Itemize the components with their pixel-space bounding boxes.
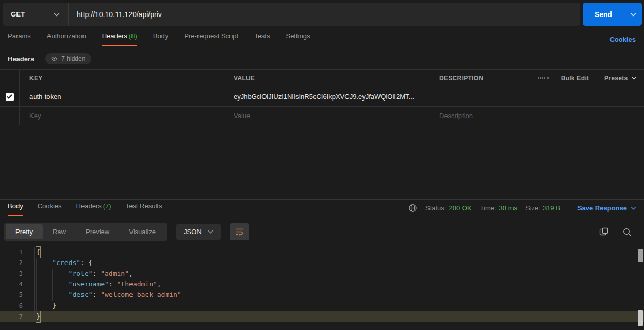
line-number[interactable]: 3 xyxy=(0,269,35,279)
checkbox-check-icon xyxy=(7,94,12,99)
indent-guide xyxy=(36,290,52,301)
response-meta: Status:200 OK Time:30 ms Size:319 B Save… xyxy=(408,204,636,212)
table-row: auth-token eyJhbGciOiJIUzI1NiIsInR5cCI6I… xyxy=(0,87,644,107)
request-url-bar: GET xyxy=(3,3,580,26)
code-token: : xyxy=(93,290,101,301)
response-view-bar: Pretty Raw Preview Visualize JSON xyxy=(4,223,249,241)
response-tab-body[interactable]: Body xyxy=(8,202,23,216)
code-line[interactable]: 7} xyxy=(0,311,644,322)
view-tab-visualize[interactable]: Visualize xyxy=(119,224,166,239)
line-number[interactable]: 7 xyxy=(0,311,35,322)
header-token-value[interactable]: eyJhbGciOiJIUzI1NiIsInR5cCI6IkpXVCJ9.eyJ… xyxy=(229,87,433,106)
tab-authorization[interactable]: Authorization xyxy=(47,32,86,45)
code-line[interactable]: 4"username": "theadmin", xyxy=(0,279,644,290)
code-token: "creds" xyxy=(52,258,80,269)
col-value: VALUE xyxy=(229,70,433,87)
status-badge: Status:200 OK xyxy=(425,204,472,212)
send-options-caret[interactable] xyxy=(624,3,642,26)
chevron-down-icon xyxy=(208,230,213,234)
code-token: "desc" xyxy=(69,290,93,301)
code-line[interactable]: 5"desc": "welcome back admin" xyxy=(0,290,644,301)
new-value-input[interactable]: Value xyxy=(229,107,433,125)
cookies-link[interactable]: Cookies xyxy=(609,36,636,43)
header-key-value[interactable]: auth-token xyxy=(20,87,229,106)
text-wrap-button[interactable] xyxy=(230,223,249,240)
send-button[interactable]: Send xyxy=(583,3,642,26)
line-number[interactable]: 1 xyxy=(0,247,35,258)
tab-params[interactable]: Params xyxy=(8,32,31,45)
tab-tests[interactable]: Tests xyxy=(254,32,270,45)
row-checkbox-cell xyxy=(0,107,20,125)
copy-icon[interactable] xyxy=(599,227,609,237)
code-line[interactable]: 6} xyxy=(0,301,644,311)
response-tab-headers[interactable]: Headers(7) xyxy=(76,202,111,216)
line-number[interactable]: 5 xyxy=(0,290,35,301)
indent-guide xyxy=(52,290,68,301)
view-mode-switch: Pretty Raw Preview Visualize xyxy=(4,223,167,241)
code-line[interactable]: 1{ xyxy=(0,247,644,258)
line-number[interactable]: 6 xyxy=(0,301,35,311)
code-token: { xyxy=(36,247,40,258)
indent-guide xyxy=(36,301,52,311)
table-row-empty: Key Value Description xyxy=(0,107,644,125)
bulk-edit-button[interactable]: Bulk Edit xyxy=(553,70,597,87)
headers-table-header: KEY VALUE DESCRIPTION Bulk Edit Presets xyxy=(0,69,644,87)
request-tabs: Params Authorization Headers(8) Body Pre… xyxy=(8,32,310,46)
indent-guide xyxy=(52,279,68,290)
code-token: "username" xyxy=(69,279,109,290)
search-icon[interactable] xyxy=(622,227,632,237)
presets-button[interactable]: Presets xyxy=(597,70,644,87)
view-tab-pretty[interactable]: Pretty xyxy=(6,224,43,239)
code-token: } xyxy=(36,311,40,322)
line-number[interactable]: 2 xyxy=(0,258,35,269)
response-tabs: Body Cookies Headers(7) Test Results xyxy=(8,202,162,216)
indent-guide xyxy=(36,258,52,269)
url-input[interactable] xyxy=(69,3,580,26)
select-all-cell xyxy=(0,70,20,87)
chevron-down-icon xyxy=(54,12,60,16)
chevron-down-icon xyxy=(630,12,636,16)
time-badge: Time:30 ms xyxy=(480,204,517,212)
tab-pre-request-script[interactable]: Pre-request Script xyxy=(184,32,238,45)
view-tab-preview[interactable]: Preview xyxy=(76,224,119,239)
scrollbar-thumb[interactable] xyxy=(638,249,643,262)
row-checkbox[interactable] xyxy=(6,93,14,101)
tab-headers[interactable]: Headers(8) xyxy=(102,32,137,46)
code-token: "admin" xyxy=(101,269,129,279)
more-options-icon[interactable] xyxy=(538,77,549,79)
response-tab-test-results[interactable]: Test Results xyxy=(126,202,162,216)
chevron-down-icon xyxy=(631,206,636,210)
format-selector[interactable]: JSON xyxy=(176,224,221,240)
tab-body[interactable]: Body xyxy=(153,32,169,45)
globe-icon[interactable] xyxy=(408,204,417,212)
tab-settings[interactable]: Settings xyxy=(286,32,310,45)
indent-guide xyxy=(36,269,52,279)
headers-subsection: Headers 7 hidden xyxy=(8,53,91,64)
method-selector[interactable]: GET xyxy=(3,3,69,26)
line-number[interactable]: 4 xyxy=(0,279,35,290)
size-badge: Size:319 B xyxy=(525,204,560,212)
code-token: : xyxy=(93,269,101,279)
code-token: : xyxy=(109,279,117,290)
response-tab-cookies[interactable]: Cookies xyxy=(38,202,62,216)
code-line[interactable]: 2"creds": { xyxy=(0,258,644,269)
indent-guide xyxy=(36,279,52,290)
response-divider xyxy=(0,199,644,200)
code-token: : { xyxy=(80,258,92,269)
new-key-input[interactable]: Key xyxy=(20,107,229,125)
col-description: DESCRIPTION xyxy=(433,70,534,87)
header-description-value[interactable] xyxy=(433,87,644,106)
response-headers-count: (7) xyxy=(103,202,111,210)
save-response-button[interactable]: Save Response xyxy=(577,204,636,212)
new-description-input[interactable]: Description xyxy=(433,107,644,125)
code-token: "role" xyxy=(69,269,93,279)
code-line[interactable]: 3"role": "admin", xyxy=(0,269,644,279)
hidden-headers-toggle[interactable]: 7 hidden xyxy=(45,53,91,64)
scrollbar-marker[interactable] xyxy=(638,310,643,326)
col-key: KEY xyxy=(20,70,229,87)
view-tab-raw[interactable]: Raw xyxy=(43,224,76,239)
send-button-label[interactable]: Send xyxy=(583,3,624,26)
code-scrollbar[interactable] xyxy=(636,246,644,330)
response-body-code[interactable]: 1{2"creds": {3"role": "admin",4"username… xyxy=(0,247,644,322)
headers-table: KEY VALUE DESCRIPTION Bulk Edit Presets … xyxy=(0,69,644,125)
